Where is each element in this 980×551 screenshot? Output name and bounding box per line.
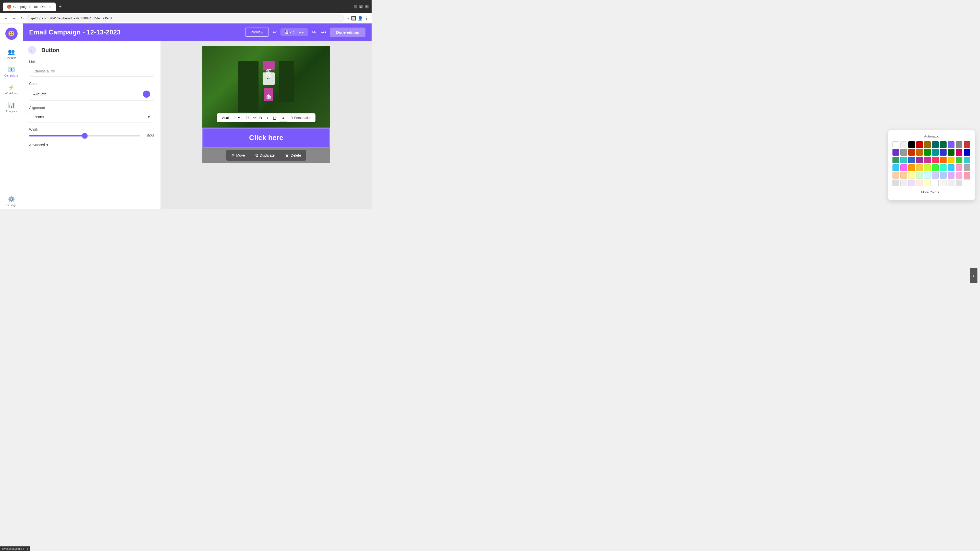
move-icon: ✥ — [231, 153, 234, 158]
width-slider-wrapper: 50% — [29, 134, 154, 138]
move-label: Move — [236, 153, 245, 157]
color-value: #7b5efb — [33, 92, 46, 96]
width-value: 50% — [144, 134, 154, 138]
star-icon[interactable]: ☆ — [346, 16, 350, 21]
address-input[interactable] — [27, 14, 344, 22]
menu-icon[interactable]: ⋮ — [364, 16, 369, 21]
new-tab-button[interactable]: + — [57, 3, 64, 11]
duplicate-icon: ⧉ — [256, 153, 258, 158]
click-here-button[interactable]: Click here — [204, 129, 329, 147]
page-title: Email Campaign - 12-13-2023 — [29, 28, 245, 36]
floating-toolbar: ✥ Move ⧉ Duplicate 🗑 Delete — [226, 150, 306, 161]
left-panel: ← Button Link Color #7b5efb Alignment Ce… — [23, 41, 161, 209]
advanced-chevron-icon: ▾ — [46, 143, 48, 147]
campaigns-icon: 📧 — [8, 66, 15, 73]
panel-back-button[interactable]: ← — [28, 46, 36, 54]
sidebar-label-analytics: Analytics — [6, 110, 17, 113]
workflows-icon: ⚡ — [8, 84, 15, 91]
save-label: < 1m ago — [290, 30, 304, 34]
color-field[interactable]: #7b5efb — [29, 88, 154, 100]
extension-icon[interactable]: 🔲 — [351, 16, 356, 21]
tab-favicon: 🐙 — [7, 5, 11, 9]
app-header: Email Campaign - 12-13-2023 Preview ↩ 💾 … — [23, 24, 372, 41]
preview-button[interactable]: Preview — [245, 27, 269, 37]
alignment-label: Alignment — [29, 106, 154, 110]
bold-button[interactable]: B — [257, 114, 264, 122]
address-icons: ☆ 🔲 👤 ⋮ — [346, 16, 369, 21]
app-logo: 🙂 — [5, 27, 18, 40]
text-format-bar: Arial Georgia 34 12 14 B I U — [217, 113, 315, 122]
sidebar-label-settings: Settings — [6, 203, 17, 206]
color-swatch-preview — [143, 91, 150, 98]
save-indicator[interactable]: 💾 < 1m ago — [280, 28, 308, 36]
forward-nav-btn[interactable]: → — [11, 15, 18, 22]
personalize-button[interactable]: ⟨⟩ Personalize — [287, 114, 314, 122]
link-label: Link — [29, 60, 154, 64]
settings-icon: ⚙️ — [8, 196, 15, 203]
undo-button[interactable]: ↩ — [271, 27, 278, 37]
italic-button[interactable]: I — [264, 114, 270, 122]
profile-icon[interactable]: 👤 — [358, 16, 363, 21]
redo-button[interactable]: ↪ — [310, 27, 318, 37]
delete-action-button[interactable]: 🗑 Delete — [280, 150, 306, 161]
active-tab[interactable]: 🐙 Campaign Email · Drip ✕ — [3, 3, 56, 11]
panel-title: Button — [41, 47, 154, 54]
slider-thumb — [82, 133, 88, 138]
link-input[interactable] — [29, 66, 154, 76]
people-icon: 👥 — [8, 48, 15, 55]
back-nav-btn[interactable]: ← — [3, 15, 9, 22]
save-icon: 💾 — [285, 30, 289, 34]
font-select[interactable]: Arial Georgia — [218, 114, 242, 122]
body-layout: ← Button Link Color #7b5efb Alignment Ce… — [23, 41, 372, 209]
underline-button[interactable]: U — [270, 114, 278, 122]
jp-sign-2: 不動滝へ — [264, 88, 273, 101]
jp-sign-1: 行者滝 — [263, 61, 275, 70]
tab-title: Campaign Email · Drip — [13, 5, 46, 9]
click-here-wrapper: Click here — [202, 127, 330, 148]
analytics-icon: 📊 — [8, 102, 15, 109]
sidebar-item-workflows[interactable]: ⚡ Workflows — [3, 82, 21, 97]
done-editing-button[interactable]: Done editing — [330, 27, 366, 37]
duplicate-label: Duplicate — [260, 153, 275, 157]
font-size-select[interactable]: 34 12 14 — [242, 114, 257, 122]
advanced-label: Advanced — [29, 143, 45, 147]
personalize-label: Personalize — [294, 116, 311, 120]
delete-label: Delete — [291, 153, 301, 157]
duplicate-action-button[interactable]: ⧉ Duplicate — [250, 150, 280, 161]
app-content: Email Campaign - 12-13-2023 Preview ↩ 💾 … — [23, 24, 372, 209]
button-section-wrapper: Arial Georgia 34 12 14 B I U — [202, 127, 330, 148]
refresh-nav-btn[interactable]: ↻ — [19, 15, 25, 22]
color-label: Color — [29, 82, 154, 86]
app-wrapper: 🙂 👥 People 📧 Campaigns ⚡ Workflows 📊 Ana… — [0, 24, 372, 209]
browser-tabs: 🐙 Campaign Email · Drip ✕ + — [3, 3, 64, 11]
advanced-toggle-button[interactable]: Advanced ▾ — [29, 143, 48, 147]
maximize-btn[interactable]: □ — [360, 5, 363, 8]
window-controls: ─ □ ✕ — [354, 5, 369, 8]
width-label: Width — [29, 127, 154, 132]
move-action-button[interactable]: ✥ Move — [226, 150, 250, 161]
close-btn[interactable]: ✕ — [365, 5, 369, 8]
minimize-btn[interactable]: ─ — [354, 5, 357, 8]
address-bar: ← → ↻ ☆ 🔲 👤 ⋮ — [0, 13, 372, 24]
alignment-select[interactable]: Center Left Right — [29, 112, 154, 122]
sidebar-label-campaigns: Campaigns — [4, 74, 19, 77]
back-arrow-sign: ← — [262, 73, 275, 85]
tab-close-btn[interactable]: ✕ — [48, 5, 52, 9]
image-overlay: 行者滝 ← 不動滝へ — [238, 61, 294, 112]
text-color-button[interactable]: A — [280, 114, 287, 121]
sidebar-label-people: People — [7, 56, 16, 59]
sidebar-item-campaigns[interactable]: 📧 Campaigns — [3, 64, 21, 79]
sidebar-item-settings[interactable]: ⚙️ Settings — [3, 193, 21, 209]
more-options-button[interactable]: ••• — [320, 28, 328, 37]
email-content: 行者滝 ← 不動滝へ — [202, 46, 330, 163]
sidebar-item-analytics[interactable]: 📊 Analytics — [3, 100, 21, 115]
personalize-icon: ⟨⟩ — [290, 116, 293, 120]
left-sidebar: 🙂 👥 People 📧 Campaigns ⚡ Workflows 📊 Ana… — [0, 24, 23, 209]
alignment-select-wrapper: Center Left Right ▼ — [29, 112, 154, 122]
width-slider[interactable] — [29, 135, 140, 137]
header-actions: Preview ↩ 💾 < 1m ago ↪ ••• Done editing — [245, 27, 366, 37]
email-canvas: 行者滝 ← 不動滝へ — [161, 41, 372, 209]
sidebar-label-workflows: Workflows — [5, 92, 18, 95]
sidebar-item-people[interactable]: 👥 People — [3, 46, 21, 62]
delete-icon: 🗑 — [285, 153, 289, 158]
